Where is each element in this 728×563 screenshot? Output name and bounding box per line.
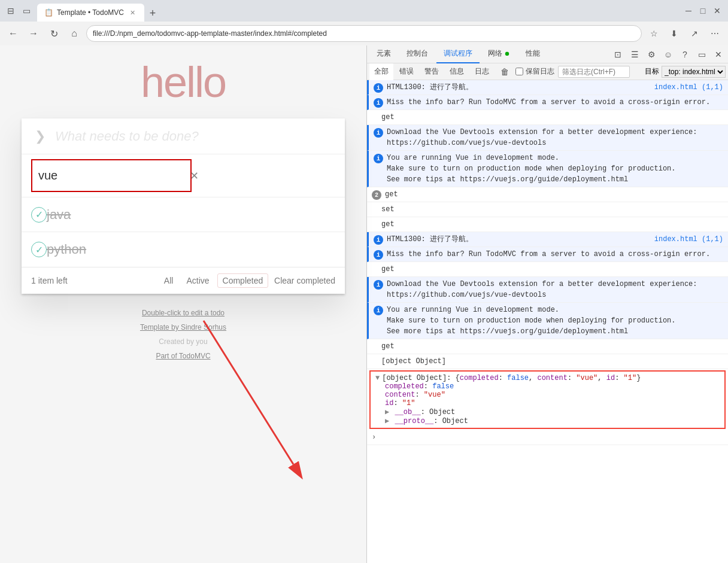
filter-all[interactable]: All — [159, 273, 179, 288]
browser-window: ⊟ ▭ 📋 Template • TodoMVC ✕ + ─ □ ✕ ← → ↻… — [0, 0, 728, 563]
todo-filters: All Active Completed — [153, 273, 274, 288]
message-link[interactable]: index.html (1,1) — [654, 234, 723, 245]
message-text: get — [381, 341, 723, 352]
devtools-sub-tabs: 全部 错误 警告 信息 日志 🗑 保留日志 目标 _top: index.htm… — [367, 63, 728, 80]
forward-button[interactable]: → — [25, 25, 42, 42]
todo-app: ❯ What needs to be done? ✕ ✓ — [22, 118, 345, 294]
dock-icon[interactable]: ▭ — [694, 47, 709, 62]
new-todo-input[interactable] — [38, 169, 190, 182]
console-drawer-icon[interactable]: ☰ — [627, 47, 642, 62]
todo-text-java: java — [47, 207, 71, 223]
message-text: get — [381, 112, 723, 123]
tab-icon[interactable]: ▭ — [20, 5, 32, 17]
template-link[interactable]: Template by Sindre Sorhus — [140, 323, 226, 331]
message-text: Download the Vue Devtools extension for … — [387, 127, 723, 148]
console-message: get — [367, 217, 728, 232]
console-chevron[interactable]: › — [372, 432, 376, 443]
back-button[interactable]: ← — [5, 25, 22, 42]
object-properties: completed: false content: "vue" id: "1" … — [385, 382, 720, 425]
info-icon: i — [374, 250, 383, 260]
filter-completed[interactable]: Completed — [217, 273, 269, 288]
input-placeholder: What needs to be done? — [49, 129, 335, 144]
info-icon: i — [374, 83, 383, 93]
settings-devtools-icon[interactable]: ⚙ — [644, 47, 659, 62]
settings-icon[interactable]: ⋯ — [706, 25, 723, 42]
help-icon[interactable]: ? — [678, 47, 692, 62]
tab-title: Template • TodoMVC — [57, 8, 124, 17]
info-icon: i — [374, 154, 383, 163]
devtools-main-tabs: 元素 控制台 调试程序 网络 ⏺ 性能 ⊡ ☰ ⚙ ☺ ? ▭ ✕ — [367, 45, 728, 63]
download-icon[interactable]: ⬇ — [666, 25, 682, 42]
message-text: HTML1300: 进行了导航。 — [387, 234, 473, 245]
window-icon[interactable]: ⊟ — [5, 5, 17, 17]
message-text: You are running Vue in development mode.… — [387, 305, 723, 337]
console-message: i You are running Vue in development mod… — [367, 303, 728, 339]
toggle-all-button[interactable]: ❯ — [31, 127, 49, 145]
console-message: get — [367, 339, 728, 354]
app-panel: hello ❯ What needs to be done? ✕ — [0, 45, 366, 563]
console-filter-input[interactable] — [558, 66, 630, 78]
minimize-button[interactable]: ─ — [682, 5, 694, 17]
filter-active[interactable]: Active — [181, 273, 214, 288]
refresh-button[interactable]: ↻ — [46, 25, 62, 42]
message-text: HTML1300: 进行了导航。 — [387, 82, 473, 93]
tab-performance[interactable]: 性能 — [518, 45, 547, 63]
feedback-icon[interactable]: ☺ — [661, 47, 675, 62]
devtools-panel: 元素 控制台 调试程序 网络 ⏺ 性能 ⊡ ☰ ⚙ ☺ ? ▭ ✕ 全部 错误 — [366, 45, 728, 563]
object-summary-row: ▼ [object Object]: {completed: false, co… — [375, 374, 720, 382]
tab-close-button[interactable]: ✕ — [128, 8, 137, 17]
message-link[interactable]: index.html (1,1) — [654, 82, 723, 93]
close-button[interactable]: ✕ — [711, 5, 723, 17]
tab-console[interactable]: 控制台 — [399, 45, 435, 63]
sub-tab-warnings[interactable]: 警告 — [420, 63, 444, 80]
todo-checkbox-java[interactable]: ✓ — [31, 207, 47, 223]
console-message: i HTML1300: 进行了导航。 index.html (1,1) — [367, 80, 728, 95]
sub-tab-errors[interactable]: 错误 — [395, 63, 418, 80]
new-input-box[interactable]: ✕ — [31, 159, 192, 192]
tab-network[interactable]: 网络 ⏺ — [481, 45, 517, 63]
expand-toggle[interactable]: ▼ — [375, 374, 380, 382]
sub-tab-log[interactable]: 日志 — [470, 63, 494, 80]
preserve-log-checkbox[interactable] — [515, 68, 523, 75]
console-output[interactable]: i HTML1300: 进行了导航。 index.html (1,1) i Mi… — [367, 80, 728, 563]
tab-elements[interactable]: 元素 — [369, 45, 398, 63]
clear-completed-button[interactable]: Clear completed — [274, 276, 335, 285]
object-summary: [object Object]: {completed: false, cont… — [382, 374, 641, 382]
info-line-2: Template by Sindre Sorhus — [140, 320, 226, 334]
todomvc-link[interactable]: Part of TodoMVC — [156, 352, 210, 360]
info-icon: i — [374, 128, 383, 138]
tab-favicon: 📋 — [44, 8, 53, 17]
list-item: ✓ java — [22, 197, 345, 232]
prop-content: content: "vue" — [385, 391, 720, 399]
target-dropdown[interactable]: _top: index.html — [662, 66, 726, 78]
sub-tab-all[interactable]: 全部 — [369, 63, 393, 80]
console-message: get — [367, 262, 728, 277]
edit-todo-link[interactable]: Double-click to edit a todo — [142, 309, 225, 317]
console-message: [object Object] — [367, 354, 728, 369]
tab-debugger[interactable]: 调试程序 — [436, 45, 480, 63]
share-icon[interactable]: ↗ — [686, 25, 703, 42]
active-tab[interactable]: 📋 Template • TodoMVC ✕ — [37, 4, 144, 22]
prop-proto: ▶ __proto__: Object — [385, 416, 720, 425]
list-item: ✓ python — [22, 232, 345, 267]
address-bar[interactable]: file:///D:/npm_demo/todomvc-app-template… — [86, 25, 642, 42]
todo-input-area: ❯ What needs to be done? — [22, 118, 345, 154]
console-message: i Miss the info bar? Run TodoMVC from a … — [367, 247, 728, 262]
message-text: You are running Vue in development mode.… — [387, 153, 723, 185]
clear-input-button[interactable]: ✕ — [190, 169, 199, 182]
inspect-icon[interactable]: ⊡ — [611, 47, 625, 62]
count-badge: 2 — [372, 190, 381, 200]
preserve-log-text: 保留日志 — [526, 66, 554, 77]
todo-checkbox-python[interactable]: ✓ — [31, 242, 47, 257]
console-message: i Download the Vue Devtools extension fo… — [367, 125, 728, 151]
maximize-button[interactable]: □ — [697, 5, 709, 17]
app-info-footer: Double-click to edit a todo Template by … — [140, 306, 226, 363]
new-tab-button[interactable]: + — [144, 5, 161, 22]
close-devtools-icon[interactable]: ✕ — [711, 47, 726, 62]
home-button[interactable]: ⌂ — [66, 25, 83, 42]
console-message: i Miss the info bar? Run TodoMVC from a … — [367, 95, 728, 110]
trash-icon[interactable]: 🗑 — [498, 65, 512, 79]
sub-tab-info[interactable]: 信息 — [445, 63, 469, 80]
console-message: i You are running Vue in development mod… — [367, 151, 728, 187]
bookmark-icon[interactable]: ☆ — [645, 25, 662, 42]
